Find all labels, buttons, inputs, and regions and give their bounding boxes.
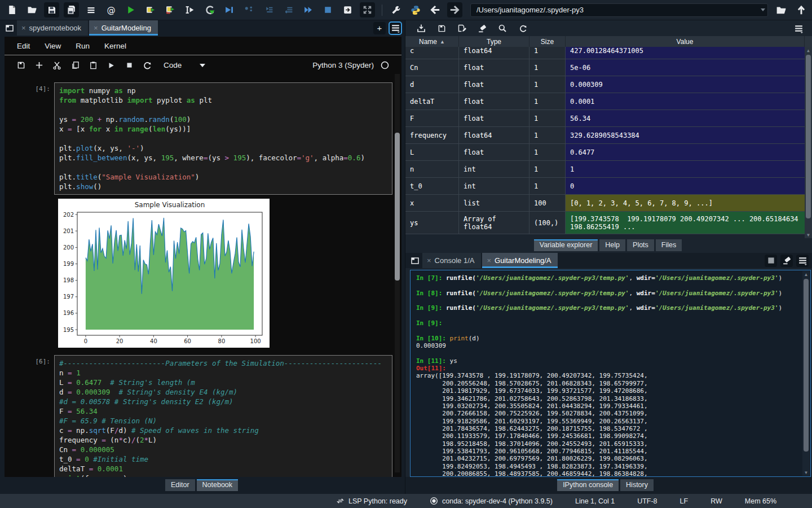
table-row[interactable]: deltaTfloat10.0001 xyxy=(405,93,805,110)
scroll-up-icon[interactable]: ▲ xyxy=(805,47,812,54)
table-row[interactable]: Cnfloat15e-06 xyxy=(405,59,805,76)
step-over-button[interactable] xyxy=(241,2,257,17)
notebook-scrollbar[interactable] xyxy=(395,74,400,472)
open-file-button[interactable] xyxy=(24,2,39,17)
menu-run[interactable]: Run xyxy=(76,42,90,50)
new-tab-button[interactable]: + xyxy=(373,22,386,34)
step-into-button[interactable] xyxy=(261,2,276,17)
menu-kernel[interactable]: Kernel xyxy=(104,42,126,50)
nb-copy-button[interactable] xyxy=(68,58,82,73)
browse-tabs-button[interactable] xyxy=(408,253,422,268)
tab-guitarmodeling[interactable]: ×GuitarModeling xyxy=(89,20,158,36)
scroll-down-icon[interactable]: ▼ xyxy=(805,231,812,238)
nb-cut-button[interactable] xyxy=(50,58,64,73)
variable-options-button[interactable] xyxy=(792,21,805,35)
new-window-button[interactable] xyxy=(340,2,355,17)
cell-type-dropdown[interactable]: Code xyxy=(164,61,205,69)
table-row[interactable]: nint11 xyxy=(405,161,805,178)
column-header-value[interactable]: Value xyxy=(566,36,805,47)
pane-tab-plots[interactable]: Plots xyxy=(627,239,654,251)
interrupt-kernel-button[interactable] xyxy=(765,255,777,267)
file-switcher-button[interactable] xyxy=(83,2,99,17)
save-all-button[interactable] xyxy=(64,2,79,17)
column-header-name[interactable]: Name▲ xyxy=(405,36,459,47)
nb-run-button[interactable] xyxy=(104,58,118,73)
scroll-down-icon[interactable]: ▼ xyxy=(802,469,810,476)
python-path-manager-button[interactable] xyxy=(408,2,423,17)
menu-edit[interactable]: Edit xyxy=(17,42,30,50)
save-data-button[interactable] xyxy=(435,21,448,35)
console-scrollbar[interactable]: ▲ ▼ xyxy=(802,271,810,476)
table-row[interactable]: dfloat10.000309 xyxy=(405,76,805,93)
run-button[interactable] xyxy=(123,2,138,17)
tab-spydernotebook[interactable]: ×spydernotebook xyxy=(17,20,88,36)
cell-editor[interactable]: #------------------------Parameters of t… xyxy=(54,355,392,477)
table-row[interactable]: cfloat641427.00128464371005 xyxy=(405,47,805,59)
nb-restart-button[interactable] xyxy=(140,58,155,73)
column-header-type[interactable]: Type xyxy=(459,36,529,47)
table-row[interactable]: xlist100[0, 1, 2, 3, 4, 5, 6, 7, 8, 9, .… xyxy=(405,195,805,212)
console-scrollbar-handle[interactable] xyxy=(804,279,809,452)
rerun-cell-button[interactable] xyxy=(202,2,217,17)
parent-directory-button[interactable] xyxy=(793,2,809,17)
table-row[interactable]: Lfloat10.6477 xyxy=(405,144,805,161)
continue-execution-button[interactable] xyxy=(301,2,316,17)
pane-tab-ipython-console[interactable]: IPython console xyxy=(557,479,619,491)
step-return-button[interactable] xyxy=(281,2,296,17)
tab-guitarmodeling-a[interactable]: ×GuitarModeling/A xyxy=(482,253,558,268)
run-to-line-button[interactable] xyxy=(222,2,237,17)
preferences-button[interactable] xyxy=(388,2,403,17)
working-directory-input[interactable] xyxy=(470,3,768,17)
pane-tab-files[interactable]: Files xyxy=(656,239,682,251)
stop-debug-button[interactable] xyxy=(320,2,336,17)
nb-save-button[interactable] xyxy=(14,58,28,73)
notebook-scrollbar-handle[interactable] xyxy=(395,133,400,281)
nb-paste-button[interactable] xyxy=(86,58,100,73)
ipython-console[interactable]: In [7]: runfile('/Users/juanitagomez/.sp… xyxy=(410,270,811,477)
table-row[interactable]: frequencyfloat641329.6289058543384 xyxy=(405,127,805,144)
open-directory-button[interactable] xyxy=(774,2,789,17)
notebook-options-button[interactable] xyxy=(389,22,401,34)
table-row[interactable]: ysArray of float64(100,)[199.3743578 199… xyxy=(405,212,805,234)
save-button[interactable] xyxy=(44,2,59,17)
chevron-down-icon[interactable] xyxy=(761,8,765,11)
close-icon[interactable]: × xyxy=(21,24,26,32)
nb-stop-button[interactable] xyxy=(122,58,136,73)
pane-tab-help[interactable]: Help xyxy=(599,239,625,251)
fullscreen-button[interactable] xyxy=(360,2,375,17)
pane-tab-variable-explorer[interactable]: Variable explorer xyxy=(534,239,598,251)
tab-console-1-a[interactable]: ×Console 1/A xyxy=(422,253,481,268)
cell-editor[interactable]: import numpy as npfrom matplotlib import… xyxy=(54,82,392,195)
table-row[interactable]: Ffloat156.34 xyxy=(405,110,805,127)
table-row[interactable]: t_0int10 xyxy=(405,178,805,195)
nb-add-button[interactable] xyxy=(32,58,46,73)
refresh-variables-button[interactable] xyxy=(516,21,529,35)
save-data-as-button[interactable] xyxy=(455,21,469,35)
menu-view[interactable]: View xyxy=(45,42,61,50)
close-icon[interactable]: × xyxy=(94,24,98,32)
find-symbols-button[interactable]: @ xyxy=(103,2,118,17)
new-file-button[interactable] xyxy=(5,2,20,17)
browse-tabs-button[interactable] xyxy=(2,20,17,36)
search-variables-button[interactable] xyxy=(496,21,509,35)
close-icon[interactable]: × xyxy=(487,257,491,264)
remove-all-output-button[interactable] xyxy=(780,255,793,267)
import-data-button[interactable] xyxy=(414,21,428,35)
pane-tab-editor[interactable]: Editor xyxy=(165,479,195,491)
run-cell-advance-button[interactable] xyxy=(162,2,178,17)
pane-tab-history[interactable]: History xyxy=(620,479,654,491)
code-cell[interactable]: [6]:#------------------------Parameters … xyxy=(5,355,401,477)
variable-table-scrollbar[interactable]: ▲ ▼ xyxy=(805,47,812,238)
pane-tab-notebook[interactable]: Notebook xyxy=(197,479,239,491)
forward-button[interactable] xyxy=(447,2,462,17)
close-icon[interactable]: × xyxy=(427,257,431,264)
console-options-button[interactable] xyxy=(796,255,809,267)
run-selection-button[interactable] xyxy=(182,2,197,17)
scrollbar-handle[interactable] xyxy=(806,55,811,218)
column-header-size[interactable]: Size xyxy=(529,36,566,47)
scroll-up-icon[interactable]: ▲ xyxy=(802,271,810,278)
code-cell[interactable]: [4]:import numpy as npfrom matplotlib im… xyxy=(5,82,401,195)
run-cell-button[interactable] xyxy=(143,2,158,17)
remove-variables-button[interactable] xyxy=(475,21,489,35)
back-button[interactable] xyxy=(427,2,443,17)
